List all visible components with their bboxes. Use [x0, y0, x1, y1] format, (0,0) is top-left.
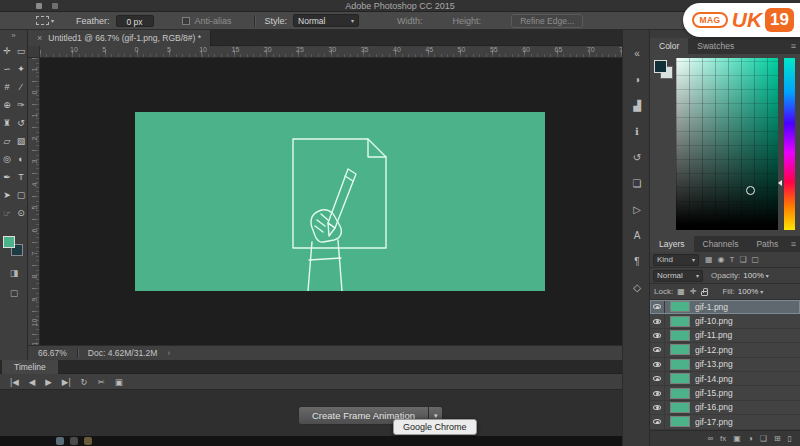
clone-stamp-tool[interactable]: ♜	[0, 114, 14, 132]
marquee-tool[interactable]: ▭	[14, 42, 28, 60]
dock-icon-1[interactable]	[56, 437, 64, 445]
toggle-visibility-icon[interactable]	[650, 358, 665, 371]
layer-thumbnail[interactable]	[670, 344, 690, 355]
dock-icon-3[interactable]	[84, 437, 92, 445]
color-foreground-swatch[interactable]	[654, 60, 667, 73]
layer-thumbnail[interactable]	[670, 373, 690, 384]
document-tab[interactable]: × Untitled1 @ 66.7% (gif-1.png, RGB/8#) …	[28, 30, 211, 46]
toggle-visibility-icon[interactable]	[650, 386, 665, 399]
move-tool[interactable]: ✛	[0, 42, 14, 60]
layer-thumbnail[interactable]	[670, 388, 690, 399]
crop-tool[interactable]: #	[0, 78, 14, 96]
filter-adjustment-layers-icon[interactable]: ◉	[718, 255, 725, 264]
color-panel-menu-icon[interactable]: ≡	[791, 38, 796, 54]
layer-row[interactable]: gif-11.png	[650, 329, 800, 343]
dock-icon-2[interactable]	[70, 437, 78, 445]
toggle-visibility-icon[interactable]	[650, 300, 665, 313]
lock-transparency-icon[interactable]: ▦	[677, 287, 685, 296]
3d-icon[interactable]: ◇	[623, 278, 651, 298]
adjustments-icon[interactable]: ◑	[623, 70, 651, 90]
tab-layers[interactable]: Layers	[650, 236, 694, 252]
layer-row[interactable]: gif-17.png	[650, 415, 800, 429]
filter-pixel-layers-icon[interactable]: ▦	[705, 255, 713, 264]
refine-edge-button[interactable]: Refine Edge...	[511, 14, 583, 28]
style-dropdown[interactable]: Normal ▾	[293, 14, 359, 27]
tab-color[interactable]: Color	[650, 38, 688, 54]
fill-arrow-icon[interactable]: ▾	[760, 288, 763, 295]
foreground-color-swatch[interactable]	[3, 236, 15, 248]
toggle-visibility-icon[interactable]	[650, 343, 665, 356]
path-selection-tool[interactable]: ➤	[0, 186, 14, 204]
tab-channels[interactable]: Channels	[694, 236, 748, 252]
filter-shape-layers-icon[interactable]: ❏	[739, 255, 746, 264]
character-icon[interactable]: A	[623, 226, 651, 246]
color-picker-cursor[interactable]	[746, 186, 755, 195]
zoom-level-field[interactable]: 66.67%	[38, 348, 67, 358]
lock-all-icon[interactable]	[701, 291, 708, 296]
color-picker-field[interactable]	[676, 58, 778, 230]
tool-preset-icon[interactable]	[36, 16, 49, 25]
eraser-tool[interactable]: ▱	[0, 132, 14, 150]
status-chevron-icon[interactable]: ›	[167, 348, 170, 358]
feather-input[interactable]: 0 px	[116, 15, 154, 27]
tab-swatches[interactable]: Swatches	[688, 38, 743, 54]
toolbar-collapse-icon[interactable]: »	[0, 30, 27, 42]
pen-tool[interactable]: ✒	[0, 168, 14, 186]
shape-tool[interactable]: ▢	[14, 186, 28, 204]
lock-position-icon[interactable]: ✛	[690, 287, 697, 296]
layer-thumbnail[interactable]	[670, 301, 690, 312]
toggle-visibility-icon[interactable]	[650, 401, 665, 414]
trim-button[interactable]: ✂	[98, 377, 105, 387]
timeline-tab[interactable]: Timeline	[2, 360, 58, 374]
layer-row[interactable]: gif-14.png	[650, 372, 800, 386]
styles-icon[interactable]: ❏	[623, 174, 651, 194]
foreground-background-swatches[interactable]	[3, 236, 25, 258]
layer-mask-icon[interactable]: ▣	[733, 434, 741, 443]
antialias-checkbox[interactable]	[182, 17, 190, 25]
tab-paths[interactable]: Paths	[747, 236, 787, 252]
hand-tool[interactable]: ☞	[0, 204, 14, 222]
layer-row[interactable]: gif-10.png	[650, 314, 800, 328]
layer-thumbnail[interactable]	[670, 359, 690, 370]
toggle-visibility-icon[interactable]	[650, 329, 665, 342]
quick-selection-tool[interactable]: ✦	[14, 60, 28, 78]
lasso-tool[interactable]: ∽	[0, 60, 14, 78]
toggle-visibility-icon[interactable]	[650, 372, 665, 385]
duplicate-frame-button[interactable]: ▣	[115, 377, 123, 387]
layer-thumbnail[interactable]	[670, 316, 690, 327]
tool-preset-arrow-icon[interactable]: ▾	[51, 17, 54, 24]
histogram-icon[interactable]: ▟	[623, 96, 651, 116]
previous-frame-button[interactable]: ◀	[29, 377, 36, 387]
history-icon[interactable]: ↺	[623, 148, 651, 168]
info-icon[interactable]: ℹ	[623, 122, 651, 142]
new-layer-icon[interactable]: ⊞	[774, 434, 781, 443]
brush-tool[interactable]: ✑	[14, 96, 28, 114]
quick-mask-icon[interactable]: ◨	[0, 268, 28, 278]
layer-row[interactable]: gif-13.png	[650, 358, 800, 372]
close-tab-icon[interactable]: ×	[37, 33, 42, 43]
healing-brush-tool[interactable]: ⊕	[0, 96, 14, 114]
opacity-arrow-icon[interactable]: ▾	[766, 272, 769, 279]
paragraph-icon[interactable]: ¶	[623, 252, 651, 272]
actions-icon[interactable]: ▷	[623, 200, 651, 220]
kind-filter-dropdown[interactable]: Kind ▾	[653, 254, 699, 266]
layer-row[interactable]: gif-12.png	[650, 343, 800, 357]
layer-thumbnail[interactable]	[670, 330, 690, 341]
collapse-panels-icon[interactable]: «	[623, 44, 651, 64]
loop-button[interactable]: ↻	[81, 377, 88, 387]
layer-thumbnail[interactable]	[670, 402, 690, 413]
history-brush-tool[interactable]: ↺	[14, 114, 28, 132]
delete-layer-icon[interactable]: ▯	[788, 434, 792, 443]
layer-thumbnail[interactable]	[670, 416, 690, 427]
type-tool[interactable]: T	[14, 168, 28, 186]
first-frame-button[interactable]: |◀	[10, 377, 19, 387]
opacity-value[interactable]: 100%	[743, 271, 763, 280]
layer-row[interactable]: gif-15.png	[650, 386, 800, 400]
eyedropper-tool[interactable]: ∕	[14, 78, 28, 96]
play-button[interactable]: ▶	[45, 377, 52, 387]
adjustment-layer-icon[interactable]: ◑	[748, 434, 753, 443]
filter-smart-objects-icon[interactable]: ▢	[752, 255, 760, 264]
artboard[interactable]	[135, 112, 545, 291]
hue-slider[interactable]	[784, 58, 795, 230]
gradient-tool[interactable]: ▧	[14, 132, 28, 150]
